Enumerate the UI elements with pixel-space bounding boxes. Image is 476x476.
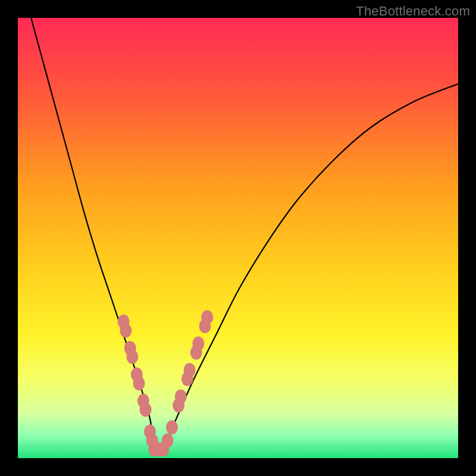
plot-area [18,18,458,458]
marker-dot [166,420,178,434]
marker-dot [201,310,213,324]
outer-frame: TheBottleneck.com [0,0,476,476]
marker-dot [126,350,138,364]
marker-dot [133,376,145,390]
watermark-text: TheBottleneck.com [356,4,470,19]
marker-dot [175,389,187,403]
bottleneck-curve [31,18,458,453]
marker-dot [184,363,196,377]
marker-dot [162,433,174,447]
marker-dot [192,337,204,351]
marker-group [118,310,214,456]
marker-dot [140,403,152,417]
marker-dot [120,323,131,337]
chart-svg [18,18,458,458]
